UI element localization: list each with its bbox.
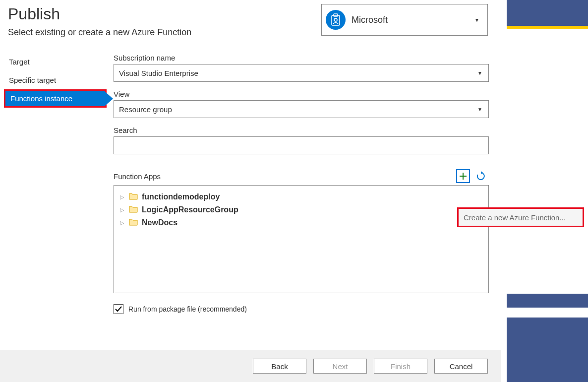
add-button[interactable] [456, 169, 470, 183]
nav-item-functions-instance[interactable]: Functions instance [4, 89, 107, 108]
wizard-nav: Target Specific target Functions instanc… [0, 53, 107, 314]
nav-item-specific-target[interactable]: Specific target [4, 71, 107, 89]
search-input[interactable] [114, 136, 489, 154]
chevron-down-icon: ▼ [477, 70, 482, 76]
account-picker[interactable]: Microsoft ▼ [321, 4, 488, 36]
svg-rect-0 [332, 15, 340, 25]
expand-icon[interactable]: ▷ [120, 220, 125, 226]
plus-icon [459, 172, 468, 181]
bg-strip [507, 318, 588, 382]
finish-button: Finish [374, 359, 427, 374]
function-apps-actions [456, 169, 488, 183]
subscription-label: Subscription name [114, 54, 489, 62]
bg-strip [507, 294, 588, 308]
account-icon [326, 10, 346, 30]
search-label: Search [114, 126, 489, 134]
create-new-tooltip[interactable]: Create a new Azure Function... [457, 207, 584, 227]
cancel-button[interactable]: Cancel [434, 359, 488, 374]
tree-item-label: LogicAppResourceGroup [142, 205, 238, 214]
function-apps-tree[interactable]: ▷ functiondemodeploy ▷ LogicAppResourceG… [114, 185, 489, 293]
checkbox-label: Run from package file (recommended) [128, 305, 247, 313]
tooltip-text: Create a new Azure Function... [464, 213, 566, 222]
back-button[interactable]: Back [253, 359, 306, 374]
subscription-select[interactable]: Visual Studio Enterprise ▼ [114, 64, 489, 82]
dialog-header: Publish Select existing or create a new … [0, 0, 501, 38]
bg-strip [507, 26, 588, 29]
account-name: Microsoft [352, 15, 474, 25]
tree-item[interactable]: ▷ LogicAppResourceGroup [120, 203, 482, 216]
function-apps-label: Function Apps [114, 172, 161, 181]
content-area: Target Specific target Functions instanc… [0, 53, 501, 314]
next-button: Next [313, 359, 367, 374]
refresh-icon [476, 171, 486, 181]
view-label: View [114, 90, 489, 98]
checkbox[interactable] [114, 304, 123, 314]
folder-icon [129, 206, 138, 214]
expand-icon[interactable]: ▷ [120, 207, 125, 213]
tree-item[interactable]: ▷ NewDocs [120, 216, 482, 229]
view-select[interactable]: Resource group ▼ [114, 100, 489, 118]
view-value: Resource group [119, 105, 172, 114]
nav-item-target[interactable]: Target [4, 53, 107, 71]
folder-icon [129, 219, 138, 227]
svg-point-2 [334, 18, 337, 21]
function-apps-header: Function Apps [114, 169, 489, 183]
subscription-value: Visual Studio Enterprise [119, 69, 198, 77]
form-pane: Subscription name Visual Studio Enterpri… [107, 53, 501, 314]
chevron-down-icon: ▼ [477, 107, 482, 112]
folder-icon [129, 193, 138, 201]
refresh-button[interactable] [474, 169, 488, 183]
tree-item[interactable]: ▷ functiondemodeploy [120, 191, 482, 203]
tree-item-label: functiondemodeploy [142, 192, 220, 201]
expand-icon[interactable]: ▷ [120, 194, 125, 200]
run-from-package-row[interactable]: Run from package file (recommended) [114, 304, 489, 314]
divider [502, 0, 502, 382]
publish-dialog: Publish Select existing or create a new … [0, 0, 501, 382]
footer-bar: Back Next Finish Cancel [0, 350, 501, 382]
tree-item-label: NewDocs [142, 218, 177, 227]
check-icon [115, 305, 122, 313]
bg-strip [507, 0, 588, 26]
chevron-down-icon: ▼ [474, 17, 479, 23]
